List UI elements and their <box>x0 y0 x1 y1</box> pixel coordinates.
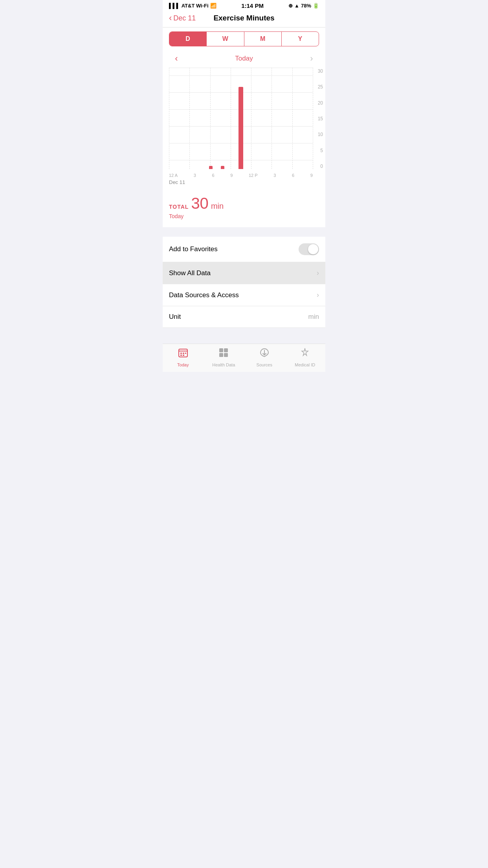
y-label-20: 20 <box>318 100 323 106</box>
nav-bar: ‹ Dec 11 Exercise Minutes <box>163 11 325 28</box>
list-section: Add to Favorites Show All Data › Data So… <box>163 237 325 328</box>
grid-line-30 <box>169 68 313 68</box>
vgrid-3 <box>231 68 231 169</box>
unit-right: min <box>308 313 319 321</box>
wifi-icon: 📶 <box>210 3 216 9</box>
status-right: ⊕ ▲ 78% 🔋 <box>288 3 319 9</box>
segment-month[interactable]: M <box>244 32 282 46</box>
bar-main <box>238 87 243 169</box>
tab-sources-label: Sources <box>257 362 272 367</box>
today-icon <box>178 347 189 361</box>
unit-item: Unit min <box>163 306 325 328</box>
sources-icon <box>259 347 270 361</box>
chart-container: 12 A 3 6 9 12 P 3 6 9 30 25 20 15 10 5 0… <box>163 68 325 188</box>
favorites-toggle-right <box>299 243 319 255</box>
x-label-6p: 6 <box>292 173 294 178</box>
x-label-12a: 12 A <box>169 173 178 178</box>
tab-medical-id[interactable]: Medical ID <box>285 347 326 367</box>
prev-date-button[interactable]: ‹ <box>171 53 182 64</box>
data-sources-right: › <box>317 291 319 299</box>
add-to-favorites-label: Add to Favorites <box>169 245 218 253</box>
stats-period: Today <box>169 213 319 219</box>
date-nav: ‹ Today › <box>163 50 325 68</box>
tab-sources[interactable]: Sources <box>244 347 285 367</box>
svg-rect-10 <box>224 353 228 357</box>
data-sources-label: Data Sources & Access <box>169 291 239 299</box>
vgrid-6 <box>292 68 293 169</box>
toggle-knob <box>308 244 318 254</box>
y-label-0: 0 <box>320 164 323 169</box>
stats-unit: min <box>211 202 224 211</box>
x-label-3a: 3 <box>194 173 196 178</box>
show-all-data-right: › <box>317 269 319 277</box>
show-all-data-item[interactable]: Show All Data › <box>163 262 325 284</box>
svg-rect-3 <box>183 353 184 354</box>
x-axis-labels: 12 A 3 6 9 12 P 3 6 9 <box>169 173 313 178</box>
vgrid-2 <box>210 68 211 169</box>
health-data-icon <box>218 347 229 361</box>
vgrid-0 <box>169 68 169 169</box>
svg-rect-7 <box>219 348 223 352</box>
status-left: ▌▌▌ AT&T Wi-Fi 📶 <box>169 3 216 9</box>
y-label-15: 15 <box>318 116 323 121</box>
x-label-6a: 6 <box>212 173 214 178</box>
y-axis: 30 25 20 15 10 5 0 <box>313 68 325 178</box>
svg-rect-9 <box>219 353 223 357</box>
tab-today-label: Today <box>177 362 189 367</box>
next-date-button: › <box>306 53 317 64</box>
x-label-9a: 9 <box>230 173 233 178</box>
tab-health-data[interactable]: Health Data <box>204 347 244 367</box>
show-all-data-chevron: › <box>317 269 319 277</box>
y-label-5: 5 <box>320 148 323 153</box>
svg-rect-2 <box>180 353 182 354</box>
vgrid-1 <box>189 68 190 169</box>
back-button[interactable]: ‹ Dec 11 <box>169 14 196 22</box>
stats-section: TOTAL 30 min Today <box>163 188 325 227</box>
svg-rect-4 <box>185 353 186 354</box>
x-label-9p: 9 <box>310 173 313 178</box>
segment-inner: D W M Y <box>169 31 319 46</box>
tab-health-data-label: Health Data <box>212 362 235 367</box>
data-sources-item[interactable]: Data Sources & Access › <box>163 284 325 306</box>
status-bar: ▌▌▌ AT&T Wi-Fi 📶 1:14 PM ⊕ ▲ 78% 🔋 <box>163 0 325 11</box>
tab-today[interactable]: Today <box>163 347 204 367</box>
stats-label: TOTAL 30 min <box>169 195 319 212</box>
back-arrow-icon: ‹ <box>169 14 172 22</box>
stats-number: 30 <box>191 195 209 212</box>
svg-rect-8 <box>224 348 228 352</box>
tab-medical-id-label: Medical ID <box>295 362 315 367</box>
svg-rect-6 <box>183 355 184 356</box>
carrier-label: AT&T Wi-Fi <box>182 3 209 9</box>
chart-date-label: Dec 11 <box>163 178 325 188</box>
svg-rect-5 <box>180 355 182 356</box>
grid-line-25 <box>169 75 313 76</box>
segment-control: D W M Y <box>163 28 325 50</box>
show-all-data-label: Show All Data <box>169 269 211 277</box>
battery-label: 78% <box>301 3 311 9</box>
x-label-12p: 12 P <box>249 173 258 178</box>
vgrid-5 <box>272 68 272 169</box>
current-date-label: Today <box>235 55 253 63</box>
signal-icon: ▌▌▌ <box>169 3 180 9</box>
chart-main: 12 A 3 6 9 12 P 3 6 9 <box>169 68 313 178</box>
segment-day[interactable]: D <box>169 32 207 46</box>
y-label-25: 25 <box>318 84 323 90</box>
location-icon: ⊕ ▲ <box>288 3 299 9</box>
unit-value: min <box>308 313 319 321</box>
medical-id-icon <box>299 347 310 361</box>
segment-week[interactable]: W <box>207 32 244 46</box>
vgrid-4 <box>251 68 251 169</box>
favorites-toggle[interactable] <box>299 243 319 255</box>
segment-year[interactable]: Y <box>282 32 319 46</box>
y-label-10: 10 <box>318 132 323 137</box>
add-to-favorites-item[interactable]: Add to Favorites <box>163 237 325 262</box>
tab-bar: Today Health Data Sources Medical I <box>163 344 325 372</box>
y-label-30: 30 <box>318 68 323 74</box>
battery-icon: 🔋 <box>313 3 319 9</box>
unit-label: Unit <box>169 313 181 321</box>
data-sources-chevron: › <box>317 291 319 299</box>
page-title: Exercise Minutes <box>213 14 274 22</box>
bar-small-2 <box>221 166 224 169</box>
section-divider <box>163 227 325 237</box>
bar-small-1 <box>209 166 213 169</box>
